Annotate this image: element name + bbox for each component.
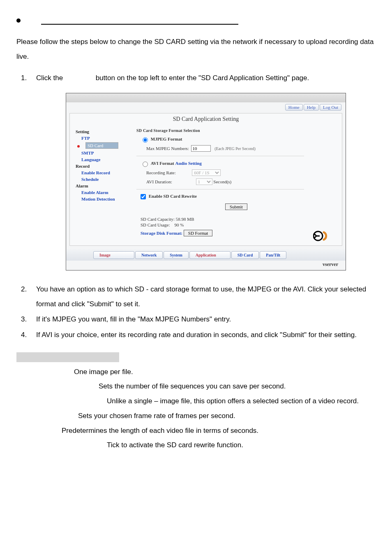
usage-label: SD Card Usage: — [141, 222, 170, 227]
def-max-mjpeg: Sets the number of file sequences you ca… — [99, 379, 376, 394]
heading-underline — [41, 16, 238, 25]
definitions-block: One image per file. Sets the number of f… — [16, 352, 376, 453]
def-mjpeg: One image per file. — [74, 365, 376, 379]
storage-format-label: Storage Disk Format: — [141, 231, 182, 236]
bottom-tabs: Image Network System Application SD Card… — [66, 249, 346, 261]
brand-text: vserver — [66, 261, 346, 270]
steps-list: Click the button on the top left to ente… — [16, 71, 376, 342]
avi-format-label: AVI Format — [151, 161, 174, 166]
tab-application[interactable]: Application — [189, 251, 231, 259]
submit-button[interactable]: Submit — [225, 203, 247, 210]
step-3: If it's MJPEG you want, fill in the "Max… — [29, 312, 376, 327]
tab-pantilt[interactable]: Pan/Tilt — [260, 251, 286, 259]
max-mjpeg-input[interactable] — [191, 145, 211, 152]
avi-radio[interactable] — [143, 162, 148, 167]
sd-format-button[interactable]: SD Format — [184, 230, 213, 236]
sidebar-item-schedule[interactable]: Schedule — [76, 176, 136, 183]
bullet-icon — [16, 18, 21, 23]
embedded-screenshot: Home Help Log Out SD Card Application Se… — [66, 93, 346, 270]
page-title: SD Card Application Setting — [70, 113, 342, 128]
step-4: If AVI is your choice, enter its recordi… — [29, 328, 376, 342]
sidebar-group-alarm: Alarm — [76, 183, 136, 189]
tab-sdcard[interactable]: SD Card — [231, 251, 259, 259]
help-button[interactable]: Help — [304, 104, 319, 111]
home-button[interactable]: Home — [285, 104, 303, 111]
section-heading-line — [16, 16, 376, 25]
logout-button[interactable]: Log Out — [320, 104, 341, 111]
sidebar-item-language[interactable]: Language — [76, 156, 136, 163]
tab-network[interactable]: Network — [135, 251, 163, 259]
sidebar-item-sdcard[interactable]: SD Card — [85, 142, 118, 149]
def-rewrite: Tick to activate the SD card rewrite fun… — [107, 438, 376, 453]
sidebar-item-enable-alarm[interactable]: Enable Alarm — [76, 189, 136, 196]
settings-content: SD Card Storage Format Selection MJPEG F… — [136, 128, 336, 239]
recording-rate-select[interactable]: 60F / 1S — [192, 169, 221, 176]
sidebar-item-smtp[interactable]: SMTP — [76, 150, 136, 156]
enable-rewrite-checkbox[interactable] — [141, 194, 146, 199]
active-dot-icon — [77, 145, 80, 148]
mjpeg-radio[interactable] — [143, 137, 148, 143]
intro-paragraph: Please follow the steps below to change … — [16, 35, 376, 64]
step-1: Click the button on the top left to ente… — [29, 71, 376, 270]
window-titlebar — [66, 93, 346, 102]
def-avi-duration: Predetermines the length of each video f… — [62, 423, 376, 438]
avi-duration-unit: Second(s) — [213, 179, 231, 184]
usage-value: 90 % — [175, 222, 184, 227]
sidebar-group-setting: Setting — [76, 128, 136, 135]
brand-logo-icon — [313, 230, 332, 242]
mjpeg-format-label: MJPEG Format — [151, 136, 182, 141]
max-mjpeg-label: Max MJPEG Numbers: — [146, 146, 189, 151]
capacity-value: 58.98 MB — [176, 217, 194, 222]
recording-rate-label: Recording Rate: — [146, 170, 176, 175]
def-rec-rate: Sets your chosen frame rate of frames pe… — [78, 409, 376, 423]
audio-setting-link[interactable]: Audio Setting — [175, 161, 202, 166]
step-1-text-a: Click the — [36, 74, 63, 82]
top-nav: Home Help Log Out — [66, 102, 346, 113]
sidebar-item-motion[interactable]: Motion Detection — [76, 196, 136, 202]
settings-sidebar: Setting FTP SD Card SMTP Language Record… — [76, 128, 136, 202]
avi-duration-label: AVI Duration: — [146, 179, 172, 184]
enable-rewrite-label: Enable SD Card Rewrite — [149, 194, 197, 199]
avi-duration-select[interactable]: 1 — [196, 178, 212, 185]
brand-row — [70, 243, 342, 245]
step-1-text-b: button on the top left to enter the "SD … — [96, 74, 309, 82]
tab-system[interactable]: System — [164, 251, 189, 259]
tab-image[interactable]: Image — [93, 251, 134, 259]
capacity-label: SD Card Capacity: — [141, 217, 175, 222]
definitions-header-placeholder — [16, 352, 119, 362]
format-section-title: SD Card Storage Format Selection — [136, 128, 336, 133]
step-2: You have an option as to which SD - card… — [29, 282, 376, 311]
sidebar-item-ftp[interactable]: FTP — [76, 135, 136, 141]
def-avi: Unlike a single – image file, this optio… — [107, 394, 376, 409]
max-mjpeg-hint: (Each JPEG Per Second) — [214, 146, 256, 151]
sidebar-item-enable-record[interactable]: Enable Record — [76, 169, 136, 176]
sidebar-group-record: Record — [76, 163, 136, 169]
